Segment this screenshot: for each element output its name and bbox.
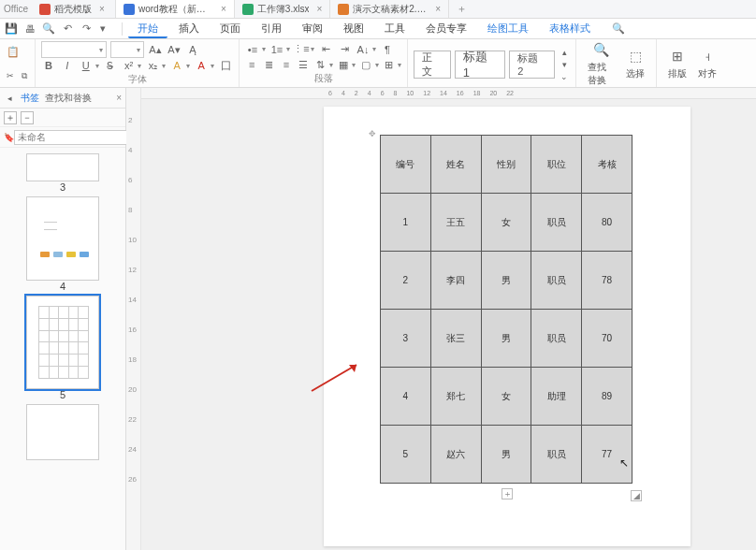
add-tab-button[interactable]: ＋ [449,0,473,18]
cut-icon[interactable]: ✂ [6,70,16,81]
table-cell[interactable]: 李四 [430,252,481,310]
table-resize-handle[interactable]: ◢ [631,490,642,501]
menu-draw-tools[interactable]: 绘图工具 [478,20,538,37]
table-header-cell[interactable]: 编号 [381,136,431,194]
page-thumb-3[interactable] [26,153,99,181]
table-cell[interactable]: 男 [481,310,531,368]
sidepanel-close-icon[interactable]: × [116,93,122,103]
align-center-icon[interactable]: ≣ [262,57,275,72]
nav-prev-icon[interactable]: ◂ [4,93,15,104]
table-header-cell[interactable]: 考核 [582,136,632,194]
increase-indent-icon[interactable]: ⇥ [337,42,352,57]
tabs-icon[interactable]: ⊞ [383,57,396,72]
undo-icon[interactable]: ↶ [60,22,75,36]
font-color-icon[interactable]: A [194,58,209,73]
line-spacing-icon[interactable]: ⇅ [314,57,327,72]
copy-icon[interactable]: ⧉ [20,70,30,81]
strike-icon[interactable]: S̶ [103,58,118,73]
table-cell[interactable]: 赵六 [430,426,481,484]
table-cell[interactable]: 王五 [430,194,481,252]
save-icon[interactable]: 💾 [4,22,19,36]
print-icon[interactable]: 🖶 [22,22,37,36]
menu-table-style[interactable]: 表格样式 [540,20,600,37]
menu-insert[interactable]: 插入 [169,20,209,37]
table-cell[interactable]: 职员 [531,310,582,368]
table-move-handle-icon[interactable]: ✥ [369,129,376,138]
style-scroll-up-icon[interactable]: ▴ [559,47,570,58]
shading-icon[interactable]: ▦ [337,57,350,72]
table-cell[interactable]: 男 [481,252,531,310]
table-cell[interactable]: 女 [481,194,531,252]
document-page[interactable]: ✥ 编号 姓名 性别 职位 考核 1 王五 女 职员 80 2 [324,107,691,546]
show-marks-icon[interactable]: ¶ [380,42,395,57]
table-cell[interactable]: 郑七 [430,368,481,426]
remove-bookmark-button[interactable]: － [21,111,34,124]
table-cell[interactable]: 2 [381,252,431,310]
doc-tab-template[interactable]: 稻壳模版 × [32,0,116,18]
align-justify-icon[interactable]: ☰ [297,57,310,72]
decrease-indent-icon[interactable]: ⇤ [318,42,333,57]
layout-button[interactable]: ⊞ 排版 [662,47,692,80]
close-tab-icon[interactable]: × [435,4,441,14]
multilevel-list-icon[interactable]: ⋮≡ [294,42,309,57]
find-replace-button[interactable]: 🔍 查找替换 [582,40,620,87]
preview-icon[interactable]: 🔍 [41,22,56,36]
table-cell[interactable]: 职员 [531,194,582,252]
superscript-icon[interactable]: x² [122,58,137,73]
bookmark-name-input[interactable] [14,130,140,145]
style-heading1[interactable]: 标题 1 [455,51,505,79]
document-canvas[interactable]: 6 4 2 4 6 8 10 12 14 16 18 20 22 ✥ 编号 姓名… [141,88,756,550]
sidepanel-tab-findreplace[interactable]: 查找和替换 [45,92,92,105]
style-heading2[interactable]: 标题 2 [509,51,555,79]
align-right-icon[interactable]: ≡ [280,57,293,72]
increase-font-icon[interactable]: A▴ [148,42,163,57]
paste-icon[interactable]: 📋 [6,44,21,59]
style-expand-icon[interactable]: ⌄ [559,71,570,82]
menu-reference[interactable]: 引用 [252,20,291,37]
doc-tab-word[interactable]: word教程（新）.docx × [116,0,235,18]
doc-tab-ppt[interactable]: 演示文稿素材2.pptx × [330,0,449,18]
table-cell[interactable]: 男 [481,426,531,484]
search-icon[interactable]: 🔍 [611,22,626,36]
table-cell[interactable]: 职员 [531,426,582,484]
char-border-icon[interactable]: 囗 [218,58,233,73]
style-scroll-down-icon[interactable]: ▾ [559,59,570,70]
table-cell[interactable]: 4 [381,368,431,426]
menu-review[interactable]: 审阅 [293,20,332,37]
subscript-icon[interactable]: x₂ [145,58,160,73]
page-thumb-6[interactable] [26,404,99,460]
font-size-select[interactable]: ▾ [110,41,144,58]
menu-tools[interactable]: 工具 [375,20,414,37]
add-row-handle[interactable]: ＋ [502,488,513,499]
bold-icon[interactable]: B [41,58,56,73]
table-cell[interactable]: 70 [582,310,632,368]
office-button[interactable]: Office [0,0,32,18]
redo-icon[interactable]: ↷ [79,22,94,36]
page-thumbnail-list[interactable]: 3 4 [0,148,125,550]
table-cell[interactable]: 5 [381,426,431,484]
highlight-icon[interactable]: A [169,58,184,73]
table-header-cell[interactable]: 性别 [481,136,531,194]
menu-member[interactable]: 会员专享 [416,20,476,37]
table-cell[interactable]: 3 [381,310,431,368]
borders-icon[interactable]: ▢ [359,57,372,72]
align-left-icon[interactable]: ≡ [245,57,258,72]
page-thumb-4[interactable] [26,196,99,281]
data-table[interactable]: 编号 姓名 性别 职位 考核 1 王五 女 职员 80 2 李四 男 [380,135,632,484]
align-button[interactable]: ⫞ 对齐 [692,47,722,80]
add-bookmark-button[interactable]: ＋ [4,111,17,124]
menu-view[interactable]: 视图 [334,20,373,37]
close-tab-icon[interactable]: × [316,4,322,14]
table-header-cell[interactable]: 职位 [531,136,582,194]
number-list-icon[interactable]: 1≡ [269,42,284,57]
clear-format-icon[interactable]: Ą [185,42,200,57]
menu-start[interactable]: 开始 [128,20,167,38]
italic-icon[interactable]: I [60,58,75,73]
qat-more-icon[interactable]: ▾ [95,22,110,36]
close-tab-icon[interactable]: × [221,4,226,14]
table-cell[interactable]: 78 [582,252,632,310]
table-cell[interactable]: 1 [381,194,431,252]
close-tab-icon[interactable]: × [99,4,105,14]
table-header-cell[interactable]: 姓名 [430,136,481,194]
page-thumb-5[interactable] [26,296,99,389]
